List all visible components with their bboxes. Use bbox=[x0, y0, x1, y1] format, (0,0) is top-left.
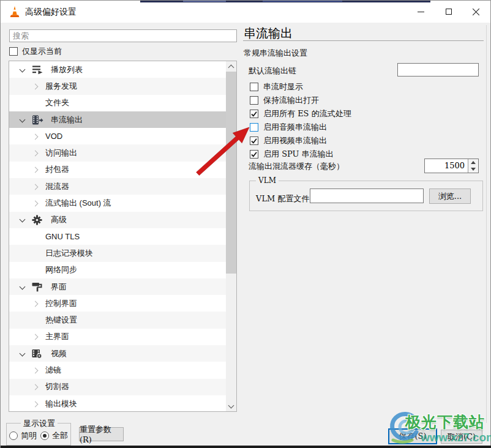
radio-selected[interactable] bbox=[40, 431, 49, 440]
tree-item-5[interactable]: 访问输出 bbox=[9, 144, 226, 161]
tree-item-label: 混流器 bbox=[45, 181, 69, 192]
radio-option-1[interactable]: 全部 bbox=[40, 430, 68, 441]
tree-item-15[interactable]: 热键设置 bbox=[9, 312, 226, 328]
stream-checkbox-row-5[interactable]: 启用 SPU 串流输出 bbox=[250, 147, 351, 161]
chevron-down-icon[interactable] bbox=[20, 117, 26, 123]
radio-unselected[interactable] bbox=[9, 431, 18, 440]
tree-item-7[interactable]: 混流器 bbox=[9, 178, 226, 195]
stream-checkbox-row-4[interactable]: 启用视频串流输出 bbox=[250, 134, 351, 147]
tree-item-4[interactable]: VOD bbox=[9, 128, 226, 144]
tree-item-label: 服务发现 bbox=[45, 81, 77, 92]
only-current-label: 仅显示当前 bbox=[22, 46, 62, 57]
display-settings-radios: 简明全部 bbox=[9, 430, 68, 441]
vlm-group-legend: VLM bbox=[256, 176, 279, 185]
tree-scrollbar[interactable] bbox=[226, 61, 236, 411]
tree-item-6[interactable]: 封包器 bbox=[9, 162, 226, 178]
minimize-button[interactable] bbox=[407, 1, 435, 23]
tree-item-label: 输出模块 bbox=[45, 398, 77, 409]
chevron-right-icon[interactable] bbox=[33, 200, 39, 206]
save-button[interactable]: 保存(S) bbox=[388, 428, 437, 444]
preferences-dialog: 高级偏好设置 仅显示当前 播放列表服务发现文件夹串流输出VOD访问输出封包器混流… bbox=[0, 0, 491, 448]
checkbox-checked[interactable] bbox=[250, 136, 258, 145]
spin-down-icon[interactable] bbox=[468, 166, 478, 173]
stream-checkbox-row-3[interactable]: 启用音频串流输出 bbox=[250, 121, 351, 134]
checkbox-checked[interactable] bbox=[250, 110, 258, 118]
tree-item-1[interactable]: 服务发现 bbox=[9, 78, 226, 94]
chevron-placeholder bbox=[33, 267, 39, 273]
chevron-right-icon[interactable] bbox=[33, 133, 39, 140]
chevron-down-icon[interactable] bbox=[20, 217, 26, 223]
tree-item-3[interactable]: 串流输出 bbox=[9, 111, 226, 128]
checkbox-unchecked[interactable] bbox=[250, 123, 258, 132]
stream-checkbox-row-2[interactable]: 启用所有 ES 的流式处理 bbox=[250, 107, 351, 121]
tree-item-10[interactable]: GNU TLS bbox=[9, 228, 226, 245]
default-chain-input[interactable] bbox=[397, 63, 479, 77]
chevron-right-icon[interactable] bbox=[33, 384, 39, 390]
interface-icon bbox=[32, 282, 44, 292]
maximize-button[interactable] bbox=[435, 1, 462, 23]
video-icon bbox=[32, 348, 44, 359]
only-current-checkbox-row[interactable]: 仅显示当前 bbox=[9, 46, 62, 56]
checkbox-label: 串流时显示 bbox=[263, 81, 303, 92]
chevron-down-icon[interactable] bbox=[20, 67, 26, 73]
tree-item-9[interactable]: 高级 bbox=[9, 212, 226, 228]
tree-item-8[interactable]: 流式输出 (Sout) 流 bbox=[9, 195, 226, 211]
cancel-button[interactable]: 取消(C) bbox=[441, 430, 482, 444]
close-button[interactable] bbox=[462, 1, 490, 23]
checkbox-unchecked[interactable] bbox=[250, 96, 258, 105]
vlm-file-input[interactable] bbox=[310, 189, 424, 203]
tree-item-20[interactable]: 输出模块 bbox=[9, 395, 226, 412]
chevron-right-icon[interactable] bbox=[33, 367, 39, 373]
chevron-right-icon[interactable] bbox=[33, 401, 39, 407]
tree-item-18[interactable]: 滤镜 bbox=[9, 362, 226, 378]
title-separator bbox=[243, 40, 484, 41]
chevron-right-icon[interactable] bbox=[33, 301, 39, 307]
tree-item-label: 文件夹 bbox=[45, 97, 69, 108]
chevron-right-icon[interactable] bbox=[33, 334, 39, 340]
only-current-checkbox[interactable] bbox=[9, 47, 18, 56]
tree-item-label: 主界面 bbox=[45, 331, 69, 342]
checkbox-checked[interactable] bbox=[250, 150, 258, 159]
mux-cache-spinbox[interactable]: 1500 bbox=[424, 159, 479, 173]
chevron-down-icon[interactable] bbox=[20, 351, 26, 357]
radio-option-0[interactable]: 简明 bbox=[9, 430, 37, 441]
close-icon bbox=[472, 8, 480, 16]
checkbox-label: 启用音频串流输出 bbox=[263, 122, 327, 133]
chevron-right-icon[interactable] bbox=[33, 184, 39, 190]
maximize-icon bbox=[446, 9, 452, 15]
scrollbar-thumb[interactable] bbox=[226, 72, 236, 274]
chevron-right-icon[interactable] bbox=[33, 150, 39, 156]
spinner-buttons bbox=[468, 159, 478, 173]
chevron-right-icon[interactable] bbox=[33, 83, 39, 89]
tree-item-label: 滤镜 bbox=[45, 365, 61, 376]
search-input[interactable] bbox=[9, 29, 237, 42]
vlm-file-label: VLM 配置文件 bbox=[256, 193, 309, 204]
checkbox-unchecked[interactable] bbox=[250, 83, 258, 91]
tree-item-label: 视频 bbox=[51, 348, 67, 359]
tree-item-label: 访问输出 bbox=[45, 147, 77, 159]
scroll-down-icon[interactable] bbox=[226, 401, 236, 411]
tree-rows: 播放列表服务发现文件夹串流输出VOD访问输出封包器混流器流式输出 (Sout) … bbox=[9, 61, 226, 412]
tree-item-17[interactable]: 视频 bbox=[9, 345, 226, 362]
checkbox-label: 启用所有 ES 的流式处理 bbox=[263, 108, 351, 119]
stream-checkbox-row-1[interactable]: 保持流输出打开 bbox=[250, 94, 351, 107]
stream-checkbox-list: 串流时显示保持流输出打开启用所有 ES 的流式处理启用音频串流输出启用视频串流输… bbox=[250, 80, 351, 161]
tree-item-12[interactable]: 网络同步 bbox=[9, 262, 226, 278]
reset-button[interactable]: 重置参数(R) bbox=[79, 427, 124, 441]
chevron-right-icon[interactable] bbox=[33, 166, 39, 173]
radio-label: 全部 bbox=[52, 430, 68, 441]
tree-item-label: 封包器 bbox=[45, 164, 69, 175]
tree-item-0[interactable]: 播放列表 bbox=[9, 61, 226, 78]
tree-item-11[interactable]: 日志记录模块 bbox=[9, 245, 226, 261]
stream-checkbox-row-0[interactable]: 串流时显示 bbox=[250, 80, 351, 94]
stream-output-icon bbox=[32, 114, 44, 125]
tree-item-13[interactable]: 界面 bbox=[9, 278, 226, 295]
spin-up-icon[interactable] bbox=[468, 159, 478, 166]
browse-button[interactable]: 浏览... bbox=[429, 189, 471, 204]
scroll-up-icon[interactable] bbox=[226, 61, 236, 72]
tree-item-14[interactable]: 控制界面 bbox=[9, 295, 226, 312]
chevron-down-icon[interactable] bbox=[20, 284, 26, 290]
tree-item-19[interactable]: 切割器 bbox=[9, 379, 226, 395]
tree-item-16[interactable]: 主界面 bbox=[9, 329, 226, 345]
tree-item-2[interactable]: 文件夹 bbox=[9, 95, 226, 111]
